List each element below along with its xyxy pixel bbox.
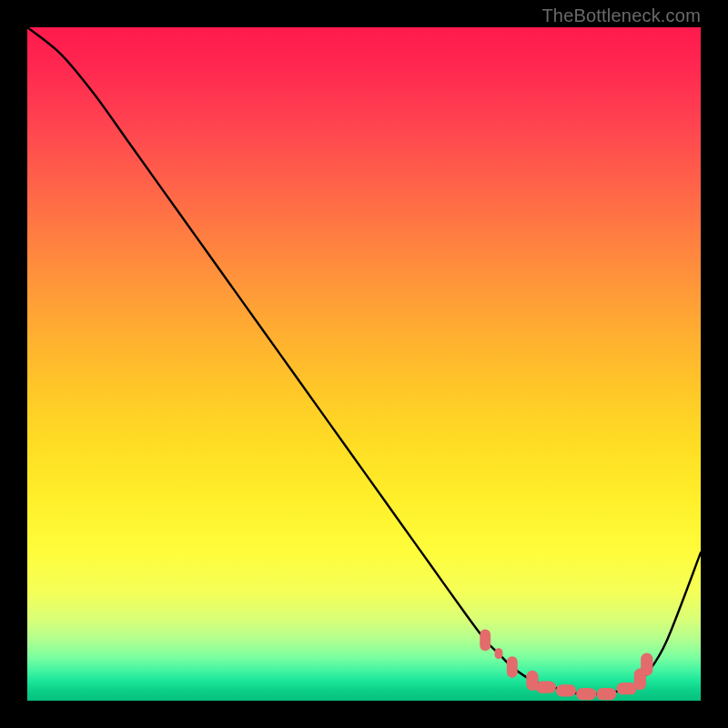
curve-layer [27,27,701,701]
bottleneck-curve [27,27,701,694]
marker-dot [495,648,503,659]
marker-dot [480,630,490,652]
attribution-text: TheBottleneck.com [541,5,701,26]
marker-dot [536,682,556,693]
marker-dot [617,682,637,694]
chart-container: TheBottleneck.com [0,0,728,728]
optimal-range-markers [480,630,652,701]
marker-dot [576,688,596,700]
marker-dot [507,656,518,678]
plot-area [27,27,701,701]
marker-dot [596,688,616,700]
marker-dot [641,652,652,675]
marker-dot [556,684,576,696]
